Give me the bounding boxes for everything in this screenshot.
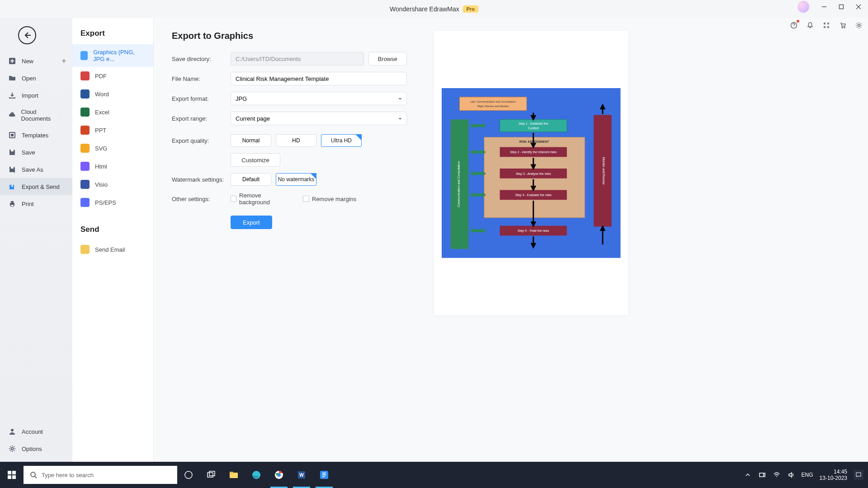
watermark-option-default[interactable]: Default	[231, 173, 271, 186]
sidebar-item-save[interactable]: Save	[0, 144, 72, 161]
save-directory-label: Save directory:	[172, 56, 231, 62]
cloud-icon	[8, 111, 16, 119]
sidebar-item-save-as[interactable]: Save As	[0, 161, 72, 178]
sidebar-item-import[interactable]: Import	[0, 87, 72, 104]
svg-point-83	[252, 471, 260, 479]
svg-text:Step 1 - Establish the: Step 1 - Establish the	[519, 122, 548, 126]
svg-text:W: W	[299, 473, 304, 478]
export-item-excel[interactable]: Excel	[72, 103, 153, 121]
task-explorer-icon[interactable]	[222, 462, 245, 488]
tray-clock[interactable]: 14:45 13-10-2023	[820, 469, 847, 482]
tray-notifications[interactable]	[854, 470, 863, 480]
task-cortana-icon[interactable]	[177, 462, 200, 488]
tray-meet-icon[interactable]	[758, 471, 766, 479]
back-button[interactable]	[18, 26, 36, 44]
export-item-graphics-png-jpg-e[interactable]: Graphics (PNG, JPG e...	[72, 44, 153, 67]
svg-rect-73	[12, 471, 16, 474]
remove-background-checkbox[interactable]: Remove background	[231, 192, 289, 206]
cart-icon[interactable]	[838, 21, 847, 30]
file-type-icon	[80, 162, 90, 171]
watermark-label: Watermark settings:	[172, 176, 231, 183]
sidebar-item-label: Export & Send	[22, 183, 60, 190]
close-button[interactable]	[852, 0, 865, 14]
taskbar-search[interactable]: Type here to search	[24, 466, 177, 484]
row-file-name: File Name:	[172, 72, 407, 85]
sidebar-item-export-send[interactable]: Export & Send	[0, 178, 72, 195]
account-icon	[8, 427, 16, 436]
export-format-select[interactable]: JPG	[231, 92, 407, 105]
maximize-button[interactable]	[835, 0, 848, 14]
save-directory-input[interactable]	[231, 52, 364, 66]
export-item-label: Html	[95, 163, 107, 170]
export-item-label: PDF	[95, 73, 107, 80]
task-view-icon[interactable]	[200, 462, 222, 488]
svg-rect-15	[11, 150, 14, 151]
quality-option-hd[interactable]: HD	[276, 134, 316, 147]
svg-text:Step 3 - Analyse the risks: Step 3 - Analyse the risks	[516, 172, 551, 176]
sidebar-item-print[interactable]: Print	[0, 195, 72, 212]
sidebar-item-options[interactable]: Options	[0, 440, 72, 457]
task-word-icon[interactable]: W	[290, 462, 313, 488]
svg-rect-70	[473, 230, 482, 232]
svg-rect-89	[760, 473, 764, 477]
browse-button[interactable]: Browse	[368, 52, 407, 66]
export-item-ppt[interactable]: PPT	[72, 121, 153, 139]
export-button[interactable]: Export	[231, 216, 272, 229]
help-icon[interactable]	[789, 21, 798, 30]
file-type-icon	[80, 198, 90, 207]
svg-line-77	[35, 476, 37, 478]
svg-rect-1	[840, 5, 844, 9]
export-form: Export to Graphics Save directory: Brows…	[172, 31, 407, 449]
file-name-input[interactable]	[231, 72, 407, 85]
minimize-button[interactable]	[817, 0, 831, 14]
export-quality-label: Export quality:	[172, 137, 231, 144]
svg-point-11	[858, 24, 860, 27]
export-item-html[interactable]: Html	[72, 157, 153, 175]
start-button[interactable]	[0, 462, 24, 488]
svg-point-10	[844, 27, 845, 28]
export-item-pdf[interactable]: PDF	[72, 67, 153, 85]
gear-icon[interactable]	[854, 21, 863, 30]
diagram-right-bar-text: Monitor and Review	[602, 157, 605, 185]
remove-background-label: Remove background	[239, 192, 289, 206]
grid-icon[interactable]	[822, 21, 831, 30]
export-item-svg[interactable]: SVG	[72, 139, 153, 157]
export-item-send-email[interactable]: Send Email	[72, 240, 153, 258]
export-item-visio[interactable]: Visio	[72, 175, 153, 193]
tray-volume-icon[interactable]	[787, 471, 795, 479]
export-item-word[interactable]: Word	[72, 85, 153, 103]
svg-rect-74	[8, 475, 11, 479]
diagram-left-bar-text: Communication and Consultation	[457, 161, 460, 207]
quality-option-normal[interactable]: Normal	[231, 134, 271, 147]
svg-text:Context: Context	[528, 127, 539, 130]
task-chrome-icon[interactable]	[268, 462, 290, 488]
remove-margins-checkbox[interactable]: Remove margins	[303, 196, 362, 202]
sidebar-item-cloud-documents[interactable]: Cloud Documents	[0, 104, 72, 127]
other-settings-label: Other settings:	[172, 196, 231, 202]
tray-wifi-icon[interactable]	[773, 471, 781, 479]
export-range-select[interactable]: Current page	[231, 112, 407, 125]
bell-icon[interactable]	[806, 21, 815, 30]
sidebar-item-account[interactable]: Account	[0, 423, 72, 440]
tray-chevron-icon[interactable]	[744, 471, 752, 479]
task-edge-icon[interactable]	[245, 462, 268, 488]
taskbar: Type here to search W ENG 14:45 13-10-20…	[0, 462, 868, 488]
sidebar-item-open[interactable]: Open	[0, 70, 72, 87]
main-content: Export to Graphics Save directory: Brows…	[154, 18, 868, 462]
watermark-option-no-watermarks[interactable]: No watermarks	[276, 173, 316, 186]
avatar[interactable]	[797, 1, 809, 13]
sidebar-item-templates[interactable]: Templates	[0, 127, 72, 144]
task-edrawmax-icon[interactable]	[313, 462, 335, 488]
svg-point-76	[31, 472, 35, 477]
tray-language[interactable]: ENG	[802, 472, 813, 478]
svg-point-5	[824, 23, 826, 24]
customize-button[interactable]: Customize	[231, 153, 280, 167]
plus-icon	[8, 57, 16, 65]
window-controls	[797, 0, 865, 14]
tray-date: 13-10-2023	[820, 475, 847, 481]
sidebar-item-new[interactable]: New+	[0, 52, 72, 70]
quality-option-ultra-hd[interactable]: Ultra HD	[321, 134, 362, 147]
export-heading: Export	[72, 26, 153, 44]
export-item-ps-eps[interactable]: PS/EPS	[72, 193, 153, 211]
svg-text:RISK ASSESSMENT: RISK ASSESSMENT	[519, 140, 550, 143]
